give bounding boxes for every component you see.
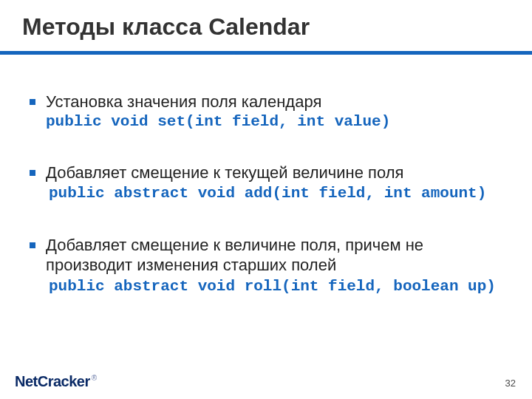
slide-body: Установка значения поля календаря public… <box>22 55 510 296</box>
logo-text: NetCracker <box>15 373 90 390</box>
bullet-item: Установка значения поля календаря public… <box>27 92 510 132</box>
bullet-text: Добавляет смещение к текущей величине по… <box>27 163 510 183</box>
page-number: 32 <box>505 378 516 389</box>
footer-logo: NetCracker ® <box>15 373 97 390</box>
logo-part1: Net <box>15 373 38 389</box>
bullet-item: Добавляет смещение к величине поля, прич… <box>27 235 510 296</box>
slide-title: Методы класса Calendar <box>22 13 510 41</box>
code-snippet: public abstract void add(int field, int … <box>27 184 510 203</box>
bullet-item: Добавляет смещение к текущей величине по… <box>27 163 510 204</box>
code-snippet: public abstract void roll(int field, boo… <box>27 277 510 296</box>
slide: Методы класса Calendar Установка значени… <box>0 0 532 399</box>
bullet-text: Установка значения поля календаря <box>27 92 510 112</box>
bullet-text: Добавляет смещение к величине поля, прич… <box>27 235 510 276</box>
logo-part2: Cracker <box>38 373 90 389</box>
code-snippet: public void set(int field, int value) <box>27 112 510 132</box>
registered-icon: ® <box>92 374 97 382</box>
